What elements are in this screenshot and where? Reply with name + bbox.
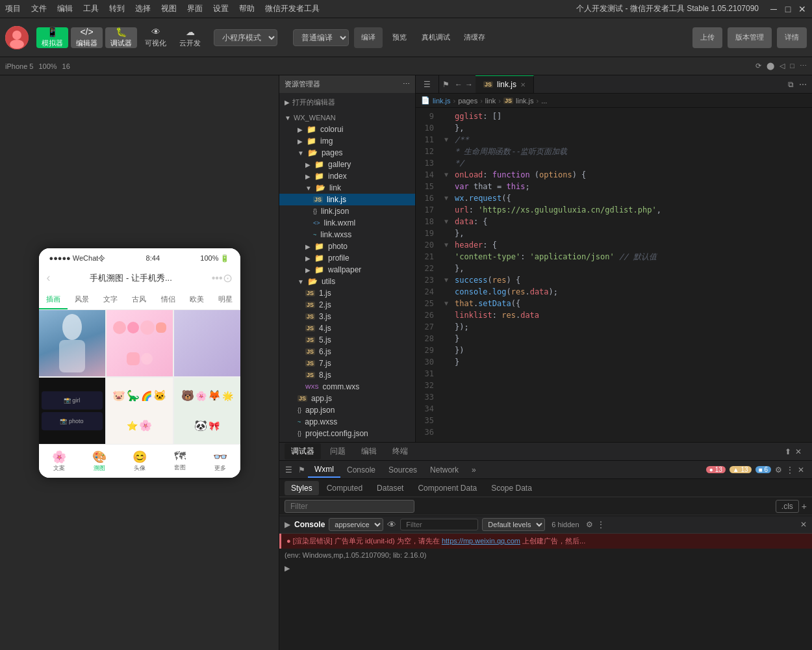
breadcrumb-link[interactable]: link	[485, 97, 496, 105]
cls-button[interactable]: .cls	[776, 500, 799, 513]
devtools-subtab-styles[interactable]: Styles	[285, 481, 319, 495]
detail-button[interactable]: 详情	[777, 27, 807, 48]
devtools-list-icon[interactable]: ☰	[285, 465, 292, 474]
devtools-bookmark-icon[interactable]: ⚑	[298, 465, 305, 474]
devtools-tab-sources[interactable]: Sources	[382, 463, 424, 477]
visualize-button[interactable]: 👁 可视化	[140, 27, 171, 48]
tree-item-4js[interactable]: JS4.js	[279, 322, 415, 334]
phone-tab-scenery[interactable]: 风景	[68, 291, 96, 309]
console-expand-arrow[interactable]: ▶	[279, 562, 812, 575]
root-header[interactable]: ▼ WX_WENAN	[279, 112, 415, 124]
devtools-tab-network[interactable]: Network	[424, 463, 465, 477]
version-button[interactable]: 版本管理	[728, 27, 772, 48]
phone-cell-3[interactable]	[174, 310, 240, 376]
error-link[interactable]: https://mp.weixin.qq.com	[442, 537, 520, 545]
tree-item-projectconfig[interactable]: {}project.config.json	[279, 428, 415, 439]
tree-item-appwxss[interactable]: ~app.wxss	[279, 416, 415, 428]
tree-item-7js[interactable]: JS7.js	[279, 358, 415, 369]
maximize-button[interactable]: □	[783, 5, 793, 14]
tree-item-link-js[interactable]: JS link.js	[279, 194, 415, 205]
tree-item-appjs[interactable]: JSapp.js	[279, 393, 415, 404]
tree-item-5js[interactable]: JS5.js	[279, 334, 415, 346]
simulate-button[interactable]: 📱 模拟器	[36, 27, 68, 48]
console-level-select[interactable]: Default levels	[482, 518, 545, 531]
menu-item-select[interactable]: 选择	[135, 3, 151, 14]
phone-nav-avatar[interactable]: 😊头像	[120, 445, 160, 478]
tree-item-6js[interactable]: JS6.js	[279, 346, 415, 358]
clear-cache-button[interactable]: 清缓存	[458, 27, 490, 48]
tree-item-link-wxss[interactable]: ~ link.wxss	[279, 229, 415, 240]
tree-item-1js[interactable]: JS1.js	[279, 287, 415, 299]
filter-input[interactable]	[285, 500, 414, 513]
fold-16[interactable]: ▼	[444, 169, 455, 181]
phone-tab-ancient[interactable]: 古风	[125, 291, 153, 309]
devtools-tab-more[interactable]: »	[465, 463, 483, 477]
back-icon[interactable]: ◁	[780, 62, 785, 70]
devtools-dots-icon[interactable]: ⋮	[786, 465, 794, 474]
fold-13[interactable]: ▼	[444, 134, 455, 146]
phone-nav-sutu[interactable]: 🎨溯图	[79, 445, 120, 478]
phone-tab-star[interactable]: 明星	[211, 291, 240, 309]
console-dots-icon[interactable]: ⋮	[597, 520, 605, 529]
tab-close-icon[interactable]: ✕	[520, 81, 526, 88]
phone-cell-6[interactable]: 🐻 🌸 🦊 🌟 🐼 🎀	[174, 378, 240, 444]
preview-button[interactable]: 预览	[385, 27, 414, 48]
debug-button[interactable]: 🐛 调试器	[105, 27, 137, 48]
screenshot-icon[interactable]: ⬤	[767, 62, 774, 70]
more-actions-icon[interactable]: ⋯	[799, 80, 807, 89]
nav-forward-icon[interactable]: →	[465, 80, 473, 89]
phone-cell-4[interactable]: 📸 girl 📸 photo	[39, 378, 105, 444]
phone-cell-5[interactable]: 🐷 🦕 🌈 🐱 ⭐ 🌸	[107, 378, 173, 444]
devtools-tab-console[interactable]: Console	[340, 463, 382, 477]
devtools-tab-wxml[interactable]: Wxml	[308, 462, 340, 478]
mode-select[interactable]: 小程序模式	[214, 29, 277, 46]
console-eye-icon[interactable]: 👁	[387, 519, 396, 530]
menu-item-help[interactable]: 帮助	[239, 3, 255, 14]
tree-item-8js[interactable]: JS8.js	[279, 369, 415, 381]
minimize-button[interactable]: ─	[769, 5, 778, 14]
console-service-select[interactable]: appservice	[329, 518, 383, 531]
phone-tab-illustrations[interactable]: 插画	[39, 291, 68, 309]
panel-close-icon[interactable]: ✕	[795, 447, 802, 456]
fold-21[interactable]: ▼	[444, 216, 455, 228]
tree-item-img[interactable]: ▶ 📁 img	[279, 135, 415, 147]
breadcrumb-pages[interactable]: pages	[458, 97, 477, 105]
phone-tab-text[interactable]: 文字	[96, 291, 125, 309]
menu-item-file[interactable]: 文件	[31, 3, 47, 14]
tab-list-icon[interactable]: ☰	[424, 80, 431, 89]
console-close-icon[interactable]: ✕	[800, 520, 807, 529]
phone-cell-1[interactable]	[39, 310, 105, 376]
code-content[interactable]: gglist: [] }, ▼ /** * 生命周期函数--监听页面加载 */ …	[439, 108, 812, 442]
phone-scan-icon[interactable]: ⊙	[223, 271, 233, 285]
bottom-tab-debugger[interactable]: 调试器	[285, 443, 321, 460]
compile-button[interactable]: 编译	[354, 27, 383, 48]
panel-expand-icon[interactable]: ⬆	[785, 447, 791, 456]
tree-item-link-wxml[interactable]: <> link.wxml	[279, 217, 415, 229]
split-editor-icon[interactable]: ⧉	[788, 80, 794, 89]
devtools-subtab-scope[interactable]: Scope Data	[485, 481, 539, 495]
more-icon[interactable]: ⋯	[800, 62, 807, 70]
phone-nav-wanan[interactable]: 🌸文案	[39, 445, 79, 478]
home-icon[interactable]: □	[790, 62, 794, 70]
menu-item-tools[interactable]: 工具	[83, 3, 99, 14]
close-button[interactable]: ✕	[798, 5, 807, 14]
phone-nav-more[interactable]: 👓更多	[200, 445, 240, 478]
menu-item-edit[interactable]: 编辑	[57, 3, 73, 14]
upload-button[interactable]: 上传	[692, 27, 722, 48]
bottom-tab-terminal[interactable]: 终端	[386, 443, 414, 460]
console-toggle-icon[interactable]: ▶	[285, 520, 290, 529]
phone-nav-taotu[interactable]: 🗺套图	[160, 445, 200, 478]
menu-item-settings[interactable]: 设置	[213, 3, 229, 14]
fold-24[interactable]: ▼	[444, 239, 455, 251]
real-debug-button[interactable]: 真机调试	[416, 27, 455, 48]
editor-tab-linkjs[interactable]: JS link.js ✕	[476, 75, 534, 93]
filter-add-icon[interactable]: +	[802, 501, 807, 512]
menu-item-devtool[interactable]: 微信开发者工具	[265, 3, 320, 14]
menu-item-goto[interactable]: 转到	[109, 3, 125, 14]
open-editors-header[interactable]: ▶ 打开的编辑器	[279, 96, 415, 109]
tree-item-2js[interactable]: JS2.js	[279, 299, 415, 311]
tree-item-profile[interactable]: ▶ 📁 profile	[279, 252, 415, 264]
nav-back-icon[interactable]: ←	[455, 80, 463, 89]
rotate-icon[interactable]: ⟳	[755, 62, 761, 70]
phone-cell-2[interactable]	[107, 310, 173, 376]
